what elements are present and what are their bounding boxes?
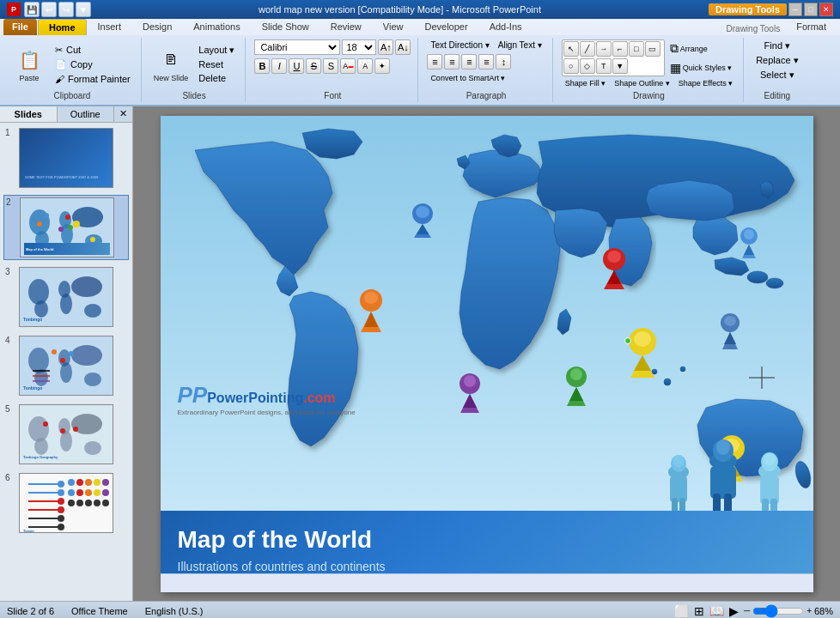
- svg-point-108: [673, 455, 684, 467]
- shape-outline-btn[interactable]: Shape Outline ▾: [611, 78, 673, 88]
- delete-button[interactable]: Delete: [195, 72, 238, 84]
- strikethrough-btn[interactable]: S: [306, 58, 321, 74]
- align-left-btn[interactable]: ≡: [427, 54, 442, 70]
- font-family-select[interactable]: Calibri: [254, 39, 340, 55]
- close-btn[interactable]: ✕: [819, 3, 833, 16]
- font-size-select[interactable]: 18: [342, 39, 376, 55]
- pin-green[interactable]: [563, 365, 590, 406]
- copy-button[interactable]: 📄 Copy: [52, 58, 134, 71]
- underline-btn[interactable]: U: [289, 58, 304, 74]
- align-right-btn[interactable]: ≡: [461, 54, 477, 70]
- tab-addins[interactable]: Add-Ins: [479, 19, 533, 35]
- tab-slides[interactable]: Slides: [0, 106, 58, 122]
- slide-thumbnail-1[interactable]: 1 SOME TEXT FOR POWERPOINT 2007 & 2009: [3, 126, 129, 190]
- diamond-tool[interactable]: ◇: [580, 58, 595, 74]
- bold-btn[interactable]: B: [254, 58, 270, 74]
- arrange-btn[interactable]: ⧉ Arrange: [667, 39, 736, 58]
- thumb5-map-svg: Tonbingo Geography: [20, 405, 113, 464]
- slide-thumbnail-3[interactable]: 3 Tonbingo: [3, 265, 129, 329]
- view-normal-btn[interactable]: ⬜: [674, 604, 689, 618]
- qa-redo-btn[interactable]: ↪: [58, 2, 74, 17]
- minimize-btn[interactable]: ─: [788, 3, 802, 16]
- tab-slideshow[interactable]: Slide Show: [252, 19, 320, 35]
- arrow-tool[interactable]: →: [596, 41, 612, 57]
- svg-point-72: [85, 500, 92, 506]
- qa-undo-btn[interactable]: ↩: [41, 2, 57, 17]
- clear-format-btn[interactable]: ✦: [374, 58, 390, 74]
- decrease-font-btn[interactable]: A↓: [395, 39, 411, 55]
- tab-design[interactable]: Design: [132, 19, 182, 35]
- new-slide-button[interactable]: 🖹 New Slide: [150, 45, 192, 84]
- slide-thumbnail-2[interactable]: 2: [3, 195, 129, 260]
- pin-orange[interactable]: [356, 288, 386, 332]
- main-area: Slides Outline ✕ 1 SOME TEXT FOR POWERPO…: [0, 106, 840, 601]
- svg-point-49: [58, 481, 64, 488]
- line-tool[interactable]: ╱: [580, 41, 595, 57]
- connector-tool[interactable]: ⌐: [612, 41, 628, 57]
- more-paragraph-btn[interactable]: ↕: [496, 54, 511, 70]
- qa-save-btn[interactable]: 💾: [24, 2, 40, 17]
- reset-button[interactable]: Reset: [195, 58, 238, 70]
- highlight-btn[interactable]: A: [357, 58, 373, 74]
- convert-smartart-btn[interactable]: Convert to SmartArt ▾: [427, 73, 508, 83]
- find-btn[interactable]: Find ▾: [761, 39, 794, 52]
- tab-developer[interactable]: Developer: [414, 19, 478, 35]
- paste-button[interactable]: 📋 Paste: [10, 45, 48, 84]
- tab-outline[interactable]: Outline: [58, 106, 115, 122]
- justify-btn[interactable]: ≡: [478, 54, 494, 70]
- pin-yellow[interactable]: [624, 326, 660, 378]
- align-text-btn[interactable]: Align Text ▾: [495, 39, 545, 51]
- layout-button[interactable]: Layout ▾: [195, 44, 238, 57]
- zoom-slider[interactable]: ─ + 68%: [744, 606, 833, 616]
- pin-blue-east[interactable]: [738, 226, 760, 258]
- quick-styles-btn[interactable]: ▦ Quick Styles ▾: [667, 59, 736, 76]
- tab-home[interactable]: Home: [38, 19, 87, 35]
- tab-animations[interactable]: Animations: [183, 19, 250, 35]
- oval-tool[interactable]: ○: [563, 58, 579, 74]
- format-painter-button[interactable]: 🖌 Format Painter: [52, 73, 134, 85]
- svg-point-94: [724, 316, 736, 326]
- shape-effects-btn[interactable]: Shape Effects ▾: [675, 78, 736, 88]
- text-direction-btn[interactable]: Text Direction ▾: [427, 39, 492, 51]
- rounded-rect-tool[interactable]: ▭: [645, 41, 660, 57]
- view-slide-sorter-btn[interactable]: ⊞: [694, 604, 704, 618]
- zoom-in-btn[interactable]: +: [807, 606, 812, 615]
- svg-point-37: [28, 416, 49, 442]
- tab-review[interactable]: Review: [320, 19, 372, 35]
- panel-close-btn[interactable]: ✕: [114, 106, 132, 122]
- tab-file[interactable]: File: [3, 19, 37, 35]
- tab-insert[interactable]: Insert: [88, 19, 132, 35]
- view-slideshow-btn[interactable]: ▶: [729, 604, 739, 618]
- font-color-btn[interactable]: A▬: [340, 58, 356, 74]
- maximize-btn[interactable]: □: [804, 3, 818, 16]
- canvas-area[interactable]: PP PowerPointing .com Extraordinary Powe…: [133, 106, 840, 601]
- select-btn[interactable]: Select ▾: [757, 69, 798, 82]
- italic-btn[interactable]: I: [271, 58, 287, 74]
- more-shapes-btn[interactable]: ▼: [612, 58, 628, 74]
- slide-thumbnail-4[interactable]: 4: [3, 334, 129, 397]
- tab-format[interactable]: Format: [786, 19, 837, 35]
- text-box-tool[interactable]: T: [596, 58, 612, 74]
- increase-font-btn[interactable]: A↑: [378, 39, 393, 55]
- pin-purple[interactable]: [456, 372, 484, 413]
- paragraph-group: Text Direction ▾ Align Text ▾ ≡ ≡ ≡ ≡ ↕ …: [420, 38, 552, 102]
- rect-tool[interactable]: □: [629, 41, 644, 57]
- zoom-range[interactable]: [752, 606, 804, 616]
- tab-view[interactable]: View: [373, 19, 414, 35]
- shape-fill-btn[interactable]: Shape Fill ▾: [562, 78, 610, 88]
- select-tool[interactable]: ↖: [563, 41, 579, 57]
- pin-blue-far-east[interactable]: [717, 312, 743, 349]
- replace-btn[interactable]: Replace ▾: [752, 54, 801, 67]
- slide-thumbnail-5[interactable]: 5: [3, 403, 129, 466]
- shadow-btn[interactable]: S: [323, 58, 338, 74]
- pin-red[interactable]: [600, 246, 628, 289]
- svg-point-59: [58, 524, 64, 530]
- align-center-btn[interactable]: ≡: [444, 54, 460, 70]
- svg-point-77: [747, 271, 768, 283]
- slide-thumbnail-6[interactable]: 6: [3, 471, 129, 535]
- qa-dropdown-btn[interactable]: ▼: [76, 2, 91, 17]
- pin-blue-north[interactable]: [410, 202, 435, 238]
- view-reading-btn[interactable]: 📖: [709, 604, 724, 618]
- zoom-out-btn[interactable]: ─: [744, 606, 750, 615]
- cut-button[interactable]: ✂ Cut: [52, 44, 134, 57]
